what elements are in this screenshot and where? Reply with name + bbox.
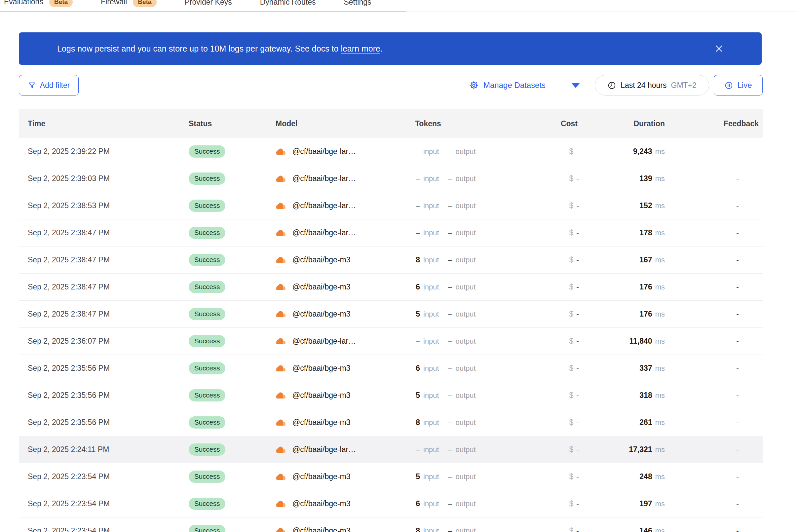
feedback-value: - [666, 255, 763, 264]
duration-unit: ms [655, 174, 665, 183]
tab-label: Firewall [101, 0, 127, 6]
model-name: @cf/baai/bge-m3 [292, 364, 350, 373]
duration-unit: ms [655, 364, 665, 373]
feedback-value: - [666, 499, 763, 508]
tokens-input-value: 6 [406, 364, 420, 373]
duration-unit: ms [655, 473, 665, 481]
log-time: Sep 2, 2025 2:23:54 PM [19, 526, 189, 532]
model-name: @cf/baai/bge-m3 [292, 418, 350, 427]
col-header-time: Time [19, 119, 189, 128]
manage-datasets-control[interactable]: Manage Datasets [469, 75, 580, 95]
add-filter-button[interactable]: Add filter [19, 75, 79, 95]
cost-currency: $ [569, 147, 574, 156]
tokens-cell: – input – output [406, 445, 541, 454]
table-row[interactable]: Sep 2, 2025 2:38:47 PM Success @ [19, 247, 763, 273]
table-row[interactable]: Sep 2, 2025 2:24:11 PM Success @ [19, 436, 763, 463]
time-range-button[interactable]: Last 24 hours GMT+2 [595, 75, 709, 95]
duration-unit: ms [655, 202, 665, 210]
status-badge: Success [189, 498, 225, 510]
tokens-output-label: output [456, 445, 476, 454]
live-button[interactable]: Live [714, 75, 763, 95]
close-icon[interactable] [714, 43, 724, 54]
cost-cell: $ - [541, 364, 579, 373]
table-row[interactable]: Sep 2, 2025 2:38:53 PM Success @ [19, 192, 763, 220]
tokens-input-label: input [423, 445, 439, 454]
tab-provider-keys[interactable]: Provider Keys [185, 0, 232, 6]
tokens-input-label: input [423, 337, 439, 346]
feedback-value: - [666, 228, 763, 237]
table-row[interactable]: Sep 2, 2025 2:23:54 PM Success @ [19, 463, 763, 490]
cost-cell: $ - [541, 283, 579, 291]
tab-bar: Evaluations Beta Firewall Beta Provider … [0, 0, 797, 12]
tab-dynamic-routes[interactable]: Dynamic Routes [260, 0, 316, 6]
tokens-input-label: input [423, 418, 439, 427]
cost-value: - [576, 147, 579, 156]
log-time: Sep 2, 2025 2:38:47 PM [19, 255, 189, 264]
table-row[interactable]: Sep 2, 2025 2:23:54 PM Success @ [19, 517, 763, 532]
tokens-input-value: – [406, 201, 420, 210]
duration-cell: 197 ms [579, 499, 666, 508]
log-time: Sep 2, 2025 2:35:56 PM [19, 391, 189, 400]
status-badge: Success [189, 416, 225, 429]
table-row[interactable]: Sep 2, 2025 2:38:47 PM Success @ [19, 273, 763, 301]
cost-cell: $ - [541, 228, 579, 237]
table-row[interactable]: Sep 2, 2025 2:35:56 PM Success @ [19, 355, 763, 382]
pause-circle-icon [724, 81, 733, 90]
cost-cell: $ - [541, 499, 579, 508]
tab-evaluations[interactable]: Evaluations Beta [4, 0, 73, 7]
status-badge: Success [189, 389, 225, 401]
table-row[interactable]: Sep 2, 2025 2:35:56 PM Success @ [19, 409, 763, 436]
table-row[interactable]: Sep 2, 2025 2:38:47 PM Success @ [19, 301, 763, 328]
chevron-down-icon[interactable] [571, 83, 580, 88]
tab-firewall[interactable]: Firewall Beta [101, 0, 156, 7]
table-row[interactable]: Sep 2, 2025 2:39:03 PM Success @ [19, 165, 763, 192]
model-name: @cf/baai/bge-lar… [292, 201, 356, 210]
tokens-input-label: input [423, 473, 439, 481]
cost-cell: $ - [541, 255, 579, 264]
table-header: Time Status Model Tokens Cost Duration F… [19, 109, 763, 138]
tokens-input-label: input [423, 202, 439, 210]
tokens-output-value: – [448, 310, 452, 319]
tokens-input-value: – [406, 445, 420, 454]
table-row[interactable]: Sep 2, 2025 2:35:56 PM Success @ [19, 382, 763, 409]
duration-unit: ms [655, 310, 665, 319]
tab-scrollbar-thumb[interactable] [0, 11, 406, 12]
status-badge: Success [189, 308, 225, 320]
duration-value: 152 [639, 201, 652, 210]
tab-settings[interactable]: Settings [344, 0, 371, 6]
duration-value: 11,840 [629, 337, 652, 346]
duration-value: 197 [639, 499, 652, 508]
cost-value: - [576, 228, 579, 237]
tokens-output-value: – [448, 201, 452, 210]
cost-value: - [576, 283, 579, 291]
table-row[interactable]: Sep 2, 2025 2:38:47 PM Success @ [19, 220, 763, 247]
tokens-input-value: 6 [406, 283, 420, 291]
tokens-output-value: – [448, 255, 452, 264]
tokens-input-label: input [423, 500, 439, 508]
duration-cell: 176 ms [579, 283, 666, 291]
cost-value: - [576, 201, 579, 210]
cost-value: - [576, 472, 579, 481]
cloudflare-icon [276, 392, 286, 399]
cost-cell: $ - [541, 201, 579, 210]
tokens-output-value: – [448, 391, 452, 400]
table-row[interactable]: Sep 2, 2025 2:39:22 PM Success @ [19, 138, 763, 165]
tokens-output-value: – [448, 174, 452, 183]
tokens-output-label: output [456, 256, 476, 264]
cost-currency: $ [569, 391, 574, 400]
duration-value: 139 [639, 174, 652, 183]
feedback-value: - [666, 147, 763, 156]
learn-more-link[interactable]: learn more [341, 44, 380, 53]
tokens-cell: – input – output [406, 201, 541, 210]
feedback-value: - [666, 526, 763, 532]
cloudflare-icon [276, 148, 286, 155]
table-row[interactable]: Sep 2, 2025 2:36:07 PM Success @ [19, 328, 763, 355]
tokens-output-label: output [456, 364, 476, 373]
tokens-input-value: – [406, 228, 420, 237]
duration-value: 146 [639, 526, 652, 532]
col-header-cost: Cost [541, 119, 579, 128]
table-row[interactable]: Sep 2, 2025 2:23:54 PM Success @ [19, 490, 763, 517]
cost-value: - [576, 445, 579, 454]
tokens-input-label: input [423, 391, 439, 400]
cost-currency: $ [569, 526, 574, 532]
